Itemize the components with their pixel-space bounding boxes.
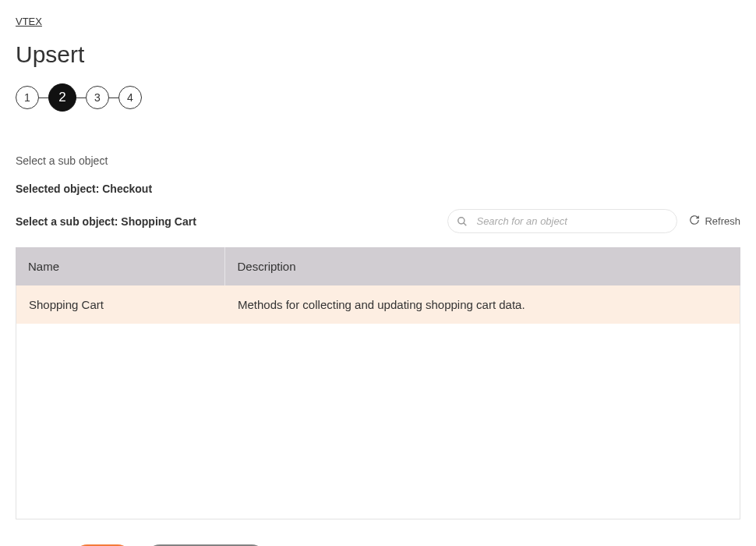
refresh-button[interactable]: Refresh bbox=[689, 214, 740, 228]
step-1[interactable]: 1 bbox=[16, 86, 39, 109]
step-connector bbox=[109, 98, 118, 98]
table-header-name: Name bbox=[16, 247, 224, 285]
step-3[interactable]: 3 bbox=[86, 86, 109, 109]
refresh-icon bbox=[689, 214, 700, 228]
object-table: Name Description bbox=[16, 247, 740, 285]
table-cell-description: Methods for collecting and updating shop… bbox=[225, 285, 740, 324]
select-sub-object-label: Select a sub object: Shopping Cart bbox=[16, 215, 196, 228]
table-row[interactable]: Shopping Cart Methods for collecting and… bbox=[16, 285, 740, 324]
search-icon bbox=[457, 216, 468, 227]
breadcrumb[interactable]: VTEX bbox=[16, 16, 740, 27]
selected-object-label: Selected object: Checkout bbox=[16, 183, 740, 195]
step-connector bbox=[39, 98, 48, 98]
svg-point-0 bbox=[458, 217, 465, 223]
refresh-label: Refresh bbox=[705, 215, 740, 227]
search-input[interactable] bbox=[447, 209, 677, 233]
step-2[interactable]: 2 bbox=[48, 83, 76, 112]
step-4[interactable]: 4 bbox=[118, 86, 142, 109]
table-cell-name: Shopping Cart bbox=[16, 285, 225, 324]
svg-line-1 bbox=[464, 222, 467, 225]
stepper: 1 2 3 4 bbox=[16, 83, 740, 112]
section-subtitle: Select a sub object bbox=[16, 154, 740, 167]
search-wrapper bbox=[447, 209, 677, 233]
step-connector bbox=[76, 98, 86, 98]
table-header-description: Description bbox=[224, 247, 740, 285]
page-title: Upsert bbox=[16, 41, 740, 68]
